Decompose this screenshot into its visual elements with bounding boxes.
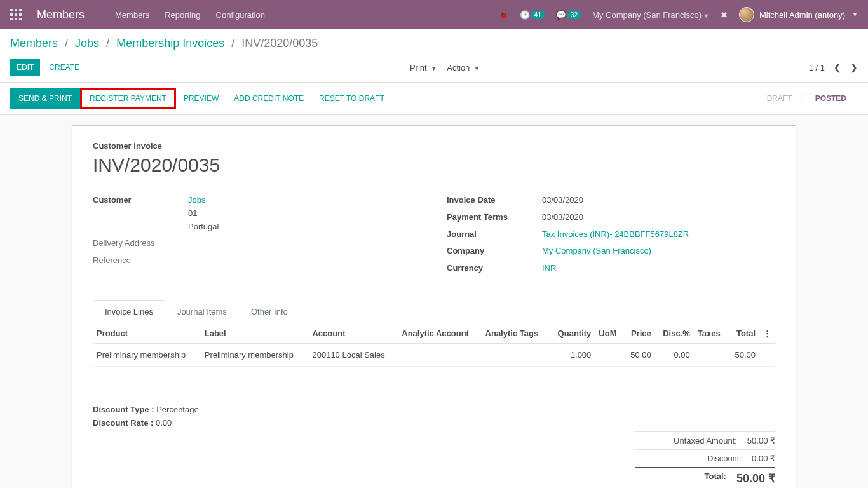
studio-icon[interactable]: ✖: [721, 10, 728, 20]
breadcrumb-invoices[interactable]: Membership Invoices: [116, 37, 224, 50]
company-selector[interactable]: My Company (San Francisco)▼: [592, 10, 709, 20]
user-menu[interactable]: Mitchell Admin (antony)▼: [739, 7, 858, 22]
tab-other-info[interactable]: Other Info: [239, 300, 300, 323]
columns-menu-icon[interactable]: ⋮: [759, 323, 775, 344]
discount-rate-row: Discount Rate : 0.00: [93, 418, 775, 428]
discount-type-label: Discount Type :: [93, 405, 154, 414]
brand[interactable]: Members: [37, 8, 85, 22]
cell-product: Preliminary membership: [93, 343, 201, 366]
pager-next-icon[interactable]: ❯: [850, 62, 858, 72]
currency-label: Currency: [447, 262, 542, 275]
invoice-lines-table: Product Label Account Analytic Account A…: [93, 323, 775, 367]
table-row[interactable]: Preliminary membership Preliminary membe…: [93, 343, 775, 366]
preview-button[interactable]: PREVIEW: [176, 88, 226, 109]
breadcrumb-current: INV/2020/0035: [241, 37, 318, 50]
pager-prev-icon[interactable]: ❮: [834, 62, 841, 72]
breadcrumb-members[interactable]: Members: [10, 37, 58, 50]
discount-rate-label: Discount Rate :: [93, 418, 153, 428]
nav-links: Members Reporting Configuration: [115, 10, 498, 20]
register-payment-button[interactable]: REGISTER PAYMENT: [82, 90, 174, 107]
untaxed-value: 50.00 ₹: [747, 436, 775, 445]
status-posted[interactable]: POSTED: [804, 90, 858, 107]
invoice-type-label: Customer Invoice: [93, 141, 775, 151]
action-dropdown[interactable]: Action ▼: [447, 63, 480, 72]
journal-label: Journal: [447, 228, 542, 241]
status-draft[interactable]: DRAFT: [756, 90, 804, 107]
hdr-price: Price: [623, 323, 655, 344]
form-col-right: Invoice Date03/03/2020 Payment Terms03/0…: [447, 194, 775, 279]
cp-row: EDIT CREATE Print ▼ Action ▼ 1 / 1 ❮ ❯: [10, 59, 858, 82]
company-label: Company: [447, 245, 542, 258]
nav-configuration[interactable]: Configuration: [216, 10, 265, 20]
company-name: My Company (San Francisco): [592, 10, 702, 20]
hdr-uom: UoM: [595, 323, 623, 344]
discount-total-value: 0.00 ₹: [752, 454, 775, 463]
breadcrumb-jobs[interactable]: Jobs: [75, 37, 99, 50]
avatar: [739, 7, 754, 22]
hdr-analytic-account: Analytic Account: [398, 323, 481, 344]
nav-reporting[interactable]: Reporting: [165, 10, 200, 20]
print-dropdown[interactable]: Print ▼: [410, 63, 437, 72]
hdr-total: Total: [728, 323, 759, 344]
reference-label: Reference: [93, 254, 188, 268]
status-steps: DRAFT POSTED: [756, 90, 858, 107]
breadcrumb-sep: /: [106, 37, 109, 50]
debug-icon[interactable]: 🐞: [498, 10, 508, 20]
untaxed-label: Untaxed Amount:: [635, 436, 737, 445]
messages-badge: 32: [567, 11, 581, 19]
create-button[interactable]: CREATE: [48, 59, 81, 76]
customer-label: Customer: [93, 194, 188, 233]
cp-right: 1 / 1 ❮ ❯: [809, 62, 858, 72]
breadcrumb-sep: /: [231, 37, 234, 50]
control-panel: Members / Jobs / Membership Invoices / I…: [0, 29, 868, 83]
customer-addr2: Portugal: [188, 222, 219, 231]
svg-rect-1: [15, 9, 17, 11]
cell-uom: [595, 343, 623, 366]
svg-rect-7: [15, 18, 17, 20]
currency-link[interactable]: INR: [542, 263, 556, 273]
reference-value: [188, 254, 421, 268]
edit-button[interactable]: EDIT: [10, 59, 40, 76]
cell-account: 200110 Local Sales: [308, 343, 398, 366]
invoice-date-label: Invoice Date: [447, 194, 542, 207]
table-header-row: Product Label Account Analytic Account A…: [93, 323, 775, 344]
discount-total-label: Discount:: [635, 454, 742, 463]
cell-analytic-tags: [482, 343, 550, 366]
cell-disc: 0.00: [655, 343, 694, 366]
activities-icon[interactable]: 🕑41: [520, 10, 545, 20]
customer-addr1: 01: [188, 208, 197, 218]
tab-invoice-lines[interactable]: Invoice Lines: [93, 300, 165, 323]
activities-badge: 41: [531, 11, 545, 19]
tabs: Invoice Lines Journal Items Other Info: [93, 299, 775, 323]
apps-icon[interactable]: [10, 9, 22, 20]
svg-rect-6: [10, 18, 13, 20]
svg-rect-5: [19, 13, 22, 16]
svg-rect-4: [15, 13, 17, 16]
add-credit-note-button[interactable]: ADD CREDIT NOTE: [226, 88, 311, 109]
invoice-number: INV/2020/0035: [93, 154, 775, 176]
invoice-date-value: 03/03/2020: [542, 194, 775, 207]
tab-journal-items[interactable]: Journal Items: [165, 300, 239, 323]
reset-to-draft-button[interactable]: RESET TO DRAFT: [311, 88, 392, 109]
cp-left: EDIT CREATE: [10, 59, 81, 76]
cell-taxes: [694, 343, 728, 366]
form-col-left: Customer Jobs 01 Portugal Delivery Addre…: [93, 194, 421, 279]
payment-terms-value: 03/03/2020: [542, 211, 775, 224]
nav-members[interactable]: Members: [115, 10, 149, 20]
hdr-account: Account: [308, 323, 398, 344]
cp-center: Print ▼ Action ▼: [81, 63, 809, 72]
messages-icon[interactable]: 💬32: [556, 10, 581, 20]
svg-rect-3: [10, 13, 13, 16]
hdr-product: Product: [93, 323, 201, 344]
company-link[interactable]: My Company (San Francisco): [542, 246, 651, 255]
discount-type-row: Discount Type : Percentage: [93, 405, 775, 414]
hdr-quantity: Quantity: [549, 323, 595, 344]
svg-rect-0: [10, 9, 13, 11]
send-print-button[interactable]: SEND & PRINT: [10, 88, 80, 109]
sheet: Customer Invoice INV/2020/0035 Customer …: [72, 125, 796, 488]
payment-terms-label: Payment Terms: [447, 211, 542, 224]
customer-link[interactable]: Jobs: [188, 195, 205, 205]
journal-link[interactable]: Tax Invoices (INR)- 24BBBFF5679L8ZR: [542, 229, 689, 239]
discount-type-value: Percentage: [156, 405, 199, 414]
cell-label: Preliminary membership: [201, 343, 309, 366]
